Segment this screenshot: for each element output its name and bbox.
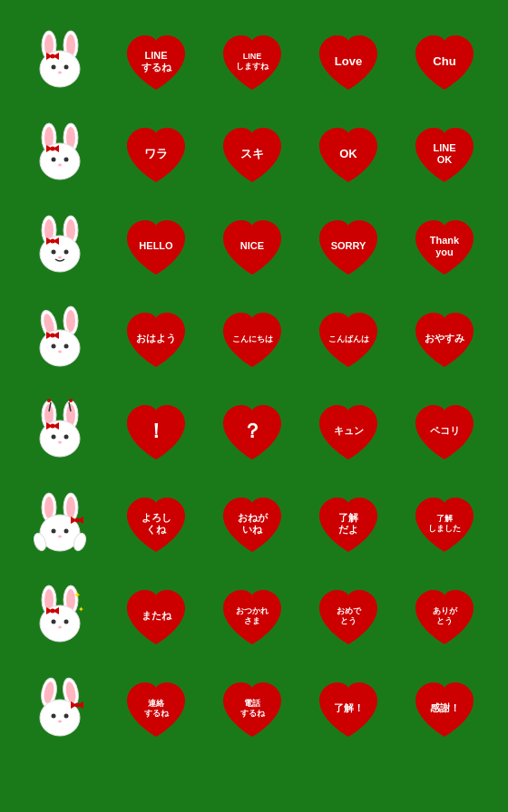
sticker-line-surune: LINEするね	[112, 18, 200, 105]
svg-point-56	[47, 399, 51, 402]
svg-point-4	[40, 51, 80, 87]
sticker-oyasumi: おやすみ	[401, 295, 488, 382]
svg-text:✦: ✦	[78, 605, 84, 614]
svg-point-26	[40, 236, 80, 272]
sticker-ryokai-exclamation: 了解！	[305, 665, 392, 752]
svg-point-77	[52, 620, 56, 624]
rabbit-1	[16, 18, 103, 105]
svg-point-76	[40, 605, 80, 642]
sticker-line-ok: LINEOK	[401, 111, 488, 198]
svg-point-5	[52, 65, 56, 70]
svg-point-50	[64, 435, 69, 440]
sticker-question: ？	[209, 388, 296, 475]
svg-point-27	[52, 250, 56, 255]
svg-point-28	[64, 250, 69, 255]
sticker-ohayo: おはよう	[112, 295, 200, 382]
heart-text-line-surune: LINEするね	[138, 50, 175, 73]
svg-point-36	[66, 310, 75, 332]
sticker-nice: NICE	[209, 203, 296, 290]
sticker-ryokai-dayo: 了解だよ	[305, 480, 392, 567]
sticker-arigatou: ありがとう	[401, 573, 488, 660]
svg-point-82	[51, 609, 55, 614]
svg-point-21	[51, 147, 55, 151]
svg-point-15	[40, 143, 80, 179]
sticker-matane: またね	[112, 573, 200, 660]
sticker-ryokai-shimashita: 了解しました	[401, 480, 488, 567]
sticker-wara: ワラ	[112, 111, 200, 198]
svg-point-62	[66, 497, 75, 518]
svg-point-49	[52, 435, 56, 440]
svg-point-78	[64, 620, 69, 624]
svg-point-39	[64, 344, 69, 349]
sticker-konnichiwa: こんにちは	[209, 295, 296, 382]
svg-point-38	[52, 344, 56, 349]
svg-text:✦: ✦	[73, 590, 81, 600]
sticker-pekori: ペコリ	[401, 388, 488, 475]
svg-point-54	[51, 424, 55, 429]
svg-point-17	[64, 158, 69, 162]
sticker-chu: Chu	[401, 18, 488, 105]
svg-point-65	[64, 529, 69, 534]
svg-point-64	[52, 529, 56, 534]
svg-point-29	[58, 256, 62, 259]
sticker-ok: OK	[305, 111, 392, 198]
svg-point-79	[58, 626, 62, 629]
rabbit-6	[16, 480, 103, 567]
svg-point-6	[64, 65, 69, 70]
rabbit-3	[16, 203, 103, 290]
sticker-yoroshiku: よろしくね	[112, 480, 200, 567]
svg-point-37	[40, 330, 80, 366]
rabbit-4	[16, 295, 103, 382]
sticker-renraku: 連絡するね	[112, 665, 200, 752]
svg-point-91	[64, 714, 69, 719]
sticker-exclamation: ！	[112, 388, 200, 475]
svg-point-16	[52, 158, 56, 162]
sticker-denwa: 電話するね	[209, 665, 296, 752]
svg-point-69	[75, 518, 80, 523]
sticker-kansha: 感謝！	[401, 665, 488, 752]
sticker-hello: HELLO	[112, 203, 200, 290]
rabbit-7: ✦ ✦	[16, 573, 103, 660]
sticker-thank-you: Thankyou	[401, 203, 488, 290]
svg-point-10	[51, 54, 55, 59]
sticker-grid: LINEするね LINEしますね Love Chu	[7, 9, 501, 761]
svg-point-61	[44, 497, 54, 518]
sticker-sorry: SORRY	[305, 203, 392, 290]
svg-point-40	[58, 351, 62, 353]
sticker-suki: スキ	[209, 111, 296, 198]
svg-point-32	[51, 239, 55, 244]
svg-point-7	[58, 72, 62, 74]
svg-point-58	[69, 399, 73, 402]
rabbit-8	[16, 665, 103, 752]
sticker-line-shimasune: LINEしますね	[209, 18, 296, 105]
svg-point-18	[58, 164, 62, 167]
sticker-love: Love	[305, 18, 392, 105]
sticker-otsukaresama: おつかれさま	[209, 573, 296, 660]
svg-point-43	[51, 334, 55, 338]
rabbit-5	[16, 388, 103, 475]
svg-point-95	[75, 703, 80, 708]
svg-point-66	[58, 536, 62, 538]
svg-point-92	[58, 720, 62, 723]
sticker-onegai: おねがいね	[209, 480, 296, 567]
sticker-kyun: キュン	[305, 388, 392, 475]
sticker-omedetou: おめでとう	[305, 573, 392, 660]
svg-point-51	[58, 441, 62, 444]
svg-point-90	[52, 714, 56, 719]
svg-point-48	[40, 420, 80, 457]
rabbit-2	[16, 111, 103, 198]
sticker-konbanwa: こんばんは	[305, 295, 392, 382]
